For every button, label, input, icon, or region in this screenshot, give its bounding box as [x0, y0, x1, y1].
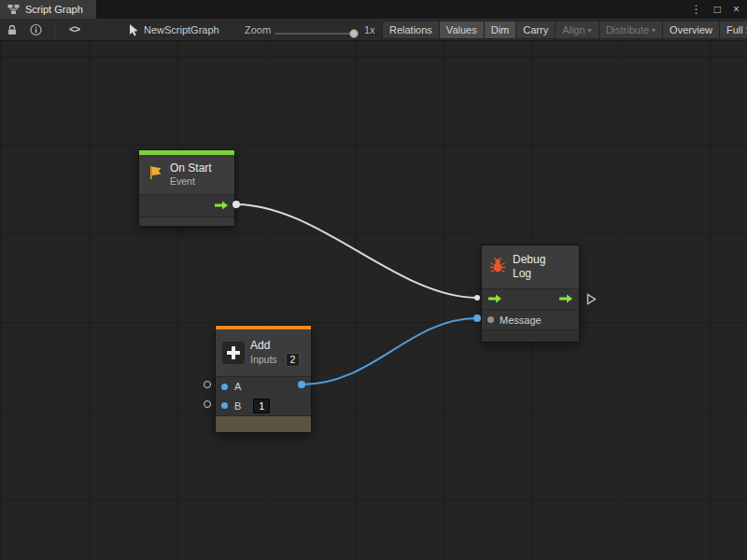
node-subtitle: Log — [513, 267, 545, 281]
port-dot-log-flow-input[interactable] — [474, 295, 480, 301]
values-label: Values — [446, 24, 477, 35]
fullscreen-button[interactable]: Full S — [719, 21, 747, 39]
flag-icon — [146, 163, 164, 186]
flow-output-port[interactable] — [558, 293, 573, 306]
node-debug-log[interactable]: Debug Log — [481, 245, 580, 343]
maximize-icon[interactable]: □ — [714, 0, 721, 19]
zoom-value: 1x — [364, 24, 375, 35]
script-graph-icon — [7, 4, 20, 15]
node-title: Debug — [513, 253, 545, 267]
zoom-slider[interactable] — [275, 33, 359, 35]
message-input-port[interactable] — [487, 316, 494, 323]
graph-toolbar: <> NewScriptGraph Zoom 1x Relations Valu… — [0, 19, 747, 41]
overview-button[interactable]: Overview — [662, 21, 720, 39]
overview-label: Overview — [669, 24, 712, 35]
carry-label: Carry — [523, 24, 548, 35]
align-label: Align — [562, 24, 585, 35]
close-icon[interactable]: × — [733, 0, 740, 19]
unconnected-port-marker-b[interactable] — [204, 400, 211, 408]
unconnected-port-marker-a[interactable] — [204, 381, 211, 388]
input-port-a[interactable] — [221, 384, 228, 390]
wires-layer — [0, 41, 747, 560]
bug-icon — [488, 256, 507, 278]
titlebar: Script Graph ⋮ □ × — [0, 0, 747, 19]
toolbar-divider — [54, 22, 55, 37]
dim-button[interactable]: Dim — [484, 21, 517, 39]
wire-add-to-message[interactable] — [302, 318, 477, 385]
align-button[interactable]: Align▾ — [555, 21, 599, 39]
node-footer — [482, 329, 579, 342]
tab-title: Script Graph — [25, 4, 83, 15]
port-a-label: A — [234, 381, 241, 392]
graph-canvas[interactable]: On Start Event — [0, 41, 747, 560]
node-title: On Start — [170, 161, 212, 175]
port-b-label: B — [234, 400, 241, 412]
node-add[interactable]: Add Inputs 2 A B 1 — [215, 325, 312, 433]
dim-label: Dim — [491, 24, 510, 35]
info-icon[interactable] — [30, 23, 42, 35]
distribute-button[interactable]: Distribute▾ — [599, 21, 663, 39]
cursor-icon — [129, 23, 139, 36]
port-dot-message-input[interactable] — [473, 315, 481, 322]
carry-button[interactable]: Carry — [515, 21, 556, 39]
distribute-label: Distribute — [606, 24, 649, 35]
flow-output-port[interactable] — [214, 200, 229, 213]
inputs-label: Inputs — [250, 354, 277, 366]
menu-icon[interactable]: ⋮ — [691, 0, 702, 19]
window-controls: ⋮ □ × — [691, 0, 740, 19]
flow-input-port[interactable] — [487, 293, 502, 306]
chevron-down-icon: ▾ — [652, 25, 655, 35]
values-button[interactable]: Values — [439, 21, 485, 39]
fullscreen-label: Full S — [726, 24, 747, 35]
node-subtitle: Event — [170, 175, 212, 188]
chevron-down-icon: ▾ — [588, 25, 592, 35]
zoom-label: Zoom — [245, 24, 271, 35]
port-b-value-field[interactable]: 1 — [253, 399, 270, 413]
unconnected-flow-output-marker[interactable] — [586, 292, 597, 309]
node-on-start[interactable]: On Start Event — [138, 149, 235, 227]
tab-script-graph[interactable]: Script Graph — [0, 0, 96, 19]
code-icon[interactable]: <> — [69, 24, 79, 35]
node-title: Add — [250, 339, 300, 353]
message-port-label: Message — [500, 315, 542, 326]
relations-label: Relations — [389, 24, 432, 35]
plus-icon — [222, 342, 245, 364]
lock-icon[interactable] — [7, 23, 18, 35]
graph-name[interactable]: NewScriptGraph — [144, 24, 219, 35]
inputs-count-field[interactable]: 2 — [286, 353, 301, 367]
node-footer — [139, 217, 234, 226]
toolbar-buttons: Relations Values Dim Carry Align▾ Distri… — [383, 21, 747, 39]
input-port-b[interactable] — [221, 402, 228, 409]
relations-button[interactable]: Relations — [382, 21, 440, 39]
node-footer — [216, 415, 311, 432]
zoom-slider-knob[interactable] — [349, 29, 359, 38]
unity-script-graph-window: Script Graph ⋮ □ × <> — [0, 0, 747, 560]
wire-onstart-to-log[interactable] — [235, 204, 477, 298]
